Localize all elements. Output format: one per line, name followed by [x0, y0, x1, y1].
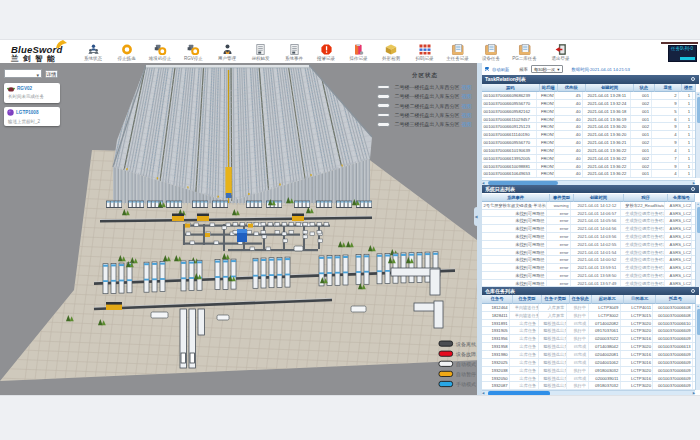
- svg-text:设备离线: 设备离线: [455, 341, 476, 347]
- svg-text:手动模式: 手动模式: [456, 381, 476, 387]
- svg-text:自动暂停: 自动暂停: [456, 371, 476, 378]
- svg-text:设备故障: 设备故障: [455, 351, 476, 358]
- svg-text:自动模式: 自动模式: [456, 361, 476, 367]
